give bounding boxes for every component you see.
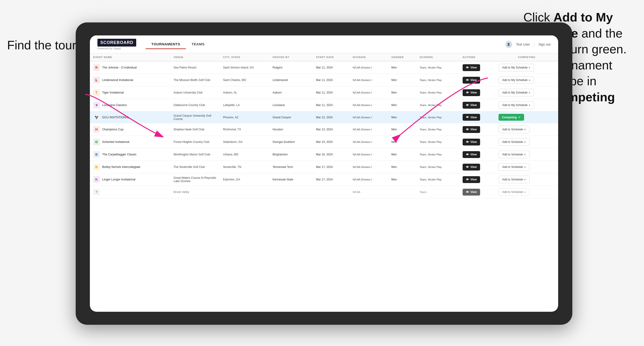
scoring-cell: Team, Stroke Play bbox=[416, 112, 459, 123]
city-state-cell: Auburn, AL bbox=[220, 86, 269, 99]
venue-cell: Oakbourne Country Club bbox=[170, 99, 220, 112]
gender-cell: Men bbox=[388, 173, 416, 186]
hosted-by-cell: Auburn bbox=[269, 86, 313, 99]
add-to-schedule-button[interactable]: Add to Schedule + bbox=[498, 126, 529, 133]
view-button[interactable]: 👁 View bbox=[462, 189, 480, 195]
eye-icon: 👁 bbox=[466, 116, 469, 119]
competing-cell: Add to My Schedule + bbox=[495, 74, 558, 86]
team-logo: B bbox=[93, 164, 100, 170]
competing-cell: Add to My Schedule + bbox=[495, 99, 558, 112]
start-date-cell: Mar 12, 2024 bbox=[313, 112, 350, 123]
division-cell: NCAA Division I bbox=[350, 112, 388, 123]
venue-cell: Brook Valley bbox=[170, 186, 220, 198]
add-to-schedule-button[interactable]: Add to Schedule + bbox=[498, 188, 529, 196]
venue-cell: The Missouri Bluffs Golf Club bbox=[170, 74, 220, 86]
view-button[interactable]: 👁 View bbox=[462, 64, 480, 71]
user-label: Test User bbox=[516, 42, 530, 46]
hosted-by-cell bbox=[269, 186, 313, 198]
view-button[interactable]: 👁 View bbox=[462, 139, 480, 146]
gender-cell: Men bbox=[388, 86, 416, 99]
actions-cell: 👁 View bbox=[459, 61, 496, 74]
app-header: SCOREBOARD Powered by clippd TOURNAMENTS… bbox=[90, 35, 558, 53]
event-name-text: The Johnnie - O Individual bbox=[102, 66, 137, 69]
view-button[interactable]: 👁 View bbox=[462, 126, 480, 133]
start-date-cell: Mar 15, 2024 bbox=[313, 136, 350, 148]
hosted-by-cell: Binghamton bbox=[269, 148, 313, 161]
eye-icon: 👁 bbox=[466, 190, 469, 194]
view-button[interactable]: 👁 View bbox=[462, 77, 480, 84]
competing-cell: Add to Schedule + bbox=[495, 123, 558, 136]
add-to-schedule-button[interactable]: Add to Schedule + bbox=[498, 138, 529, 146]
tab-teams[interactable]: TEAMS bbox=[186, 40, 210, 49]
add-to-schedule-button[interactable]: Add to Schedule + bbox=[498, 176, 529, 183]
view-button[interactable]: 👁 View bbox=[462, 114, 480, 121]
competing-cell: Add to My Schedule + bbox=[495, 86, 558, 99]
add-to-schedule-button[interactable]: Add to My Schedule + bbox=[498, 64, 534, 71]
check-icon: ✓ bbox=[518, 116, 521, 119]
city-state-cell: Lafayette, LA bbox=[220, 99, 269, 112]
event-name-text: The Carpetbagger Classic bbox=[102, 153, 136, 156]
actions-cell: 👁 View bbox=[459, 74, 496, 86]
event-name-cell: R The Johnnie - O Individual bbox=[90, 61, 170, 74]
team-logo: ? bbox=[93, 189, 100, 195]
sign-out-link[interactable]: Sign out bbox=[538, 42, 550, 46]
event-name-cell: G Schenkel Invitational bbox=[90, 136, 170, 148]
venue-cell: Sea Palms Resort bbox=[170, 61, 220, 74]
hosted-by-cell: Kennesaw State bbox=[269, 173, 313, 186]
actions-cell: 👁 View bbox=[459, 136, 496, 148]
view-label: View bbox=[470, 190, 477, 194]
view-label: View bbox=[470, 78, 477, 82]
tab-tournaments[interactable]: TOURNAMENTS bbox=[146, 40, 186, 49]
hosted-by-cell: Houston bbox=[269, 123, 313, 136]
add-to-schedule-button[interactable]: Add to My Schedule + bbox=[498, 76, 534, 84]
add-schedule-label: Add to Schedule bbox=[502, 165, 523, 169]
view-button[interactable]: 👁 View bbox=[462, 89, 480, 96]
col-city-state: CITY, STATE bbox=[220, 53, 269, 61]
gender-cell: Men bbox=[388, 148, 416, 161]
table-row: G Schenkel Invitational Forest Heights C… bbox=[90, 136, 558, 148]
scoring-cell: Team, Stroke Play bbox=[416, 74, 459, 86]
scoring-cell: Team, Stroke Play bbox=[416, 173, 459, 186]
event-name-text: Bobby Nichols Intercollegiate bbox=[102, 165, 140, 169]
hosted-by-cell: Lindenwood bbox=[269, 74, 313, 86]
event-name-cell: ⚜ Louisiana Classics bbox=[90, 99, 170, 112]
competing-cell: Competing ✓ bbox=[495, 112, 558, 123]
view-button[interactable]: 👁 View bbox=[462, 164, 480, 171]
table-row: H Champions Cup Shadow Hawk Golf ClubRic… bbox=[90, 123, 558, 136]
gender-cell: Men bbox=[388, 123, 416, 136]
scoring-cell: Team, Stroke Play bbox=[416, 99, 459, 112]
view-label: View bbox=[470, 66, 477, 69]
nav-tabs: TOURNAMENTS TEAMS bbox=[146, 40, 505, 49]
col-event-name: EVENT NAME bbox=[90, 53, 170, 61]
add-to-schedule-button[interactable]: Add to My Schedule + bbox=[498, 101, 534, 109]
eye-icon: 👁 bbox=[466, 140, 469, 144]
add-to-schedule-button[interactable]: Add to My Schedule + bbox=[498, 89, 534, 96]
event-name-text: Tiger Invitational bbox=[102, 91, 124, 94]
actions-cell: 👁 View bbox=[459, 148, 496, 161]
add-to-schedule-button[interactable]: Add to Schedule + bbox=[498, 151, 529, 158]
venue-cell: Auburn University Club bbox=[170, 86, 220, 99]
actions-cell: 👁 View bbox=[459, 123, 496, 136]
view-button[interactable]: 👁 View bbox=[462, 151, 480, 158]
team-logo: T bbox=[93, 89, 100, 96]
eye-icon: 👁 bbox=[466, 165, 469, 169]
competing-button[interactable]: Competing ✓ bbox=[498, 114, 524, 121]
division-cell: NCAA Division I bbox=[350, 99, 388, 112]
city-state-cell: Saint Charles, MO bbox=[220, 74, 269, 86]
table-row: L Lindenwood Invitational The Missouri B… bbox=[90, 74, 558, 86]
event-name-text: GCU INVITATIONAL bbox=[102, 116, 129, 119]
actions-cell: 👁 View bbox=[459, 86, 496, 99]
gender-cell: Men bbox=[388, 136, 416, 148]
add-schedule-label: Add to Schedule bbox=[502, 128, 523, 131]
table-row: ? Brook Valley NCAA Team, 👁 View Add to … bbox=[90, 186, 558, 198]
view-button[interactable]: 👁 View bbox=[462, 102, 480, 109]
plus-icon: + bbox=[528, 91, 530, 94]
header-divider: | bbox=[534, 42, 535, 46]
add-schedule-label: Add to Schedule bbox=[502, 153, 523, 156]
event-name-cell: H Champions Cup bbox=[90, 123, 170, 136]
gender-cell: Men bbox=[388, 99, 416, 112]
start-date-cell: Mar 13, 2024 bbox=[313, 123, 350, 136]
col-start-date: START DATE bbox=[313, 53, 350, 61]
add-to-schedule-button[interactable]: Add to Schedule + bbox=[498, 163, 529, 171]
view-button[interactable]: 👁 View bbox=[462, 176, 480, 183]
